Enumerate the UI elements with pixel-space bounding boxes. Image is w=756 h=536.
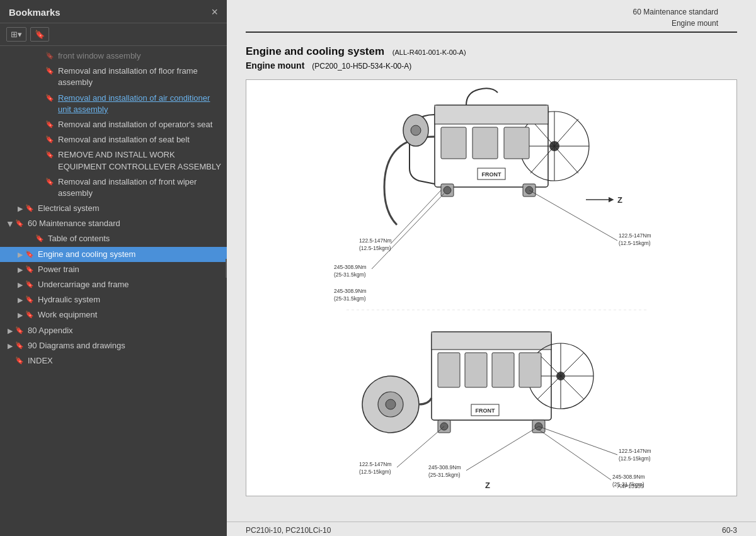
sidebar-item-air-conditioner[interactable]: ▶🔖Removal and installation of air condit… — [0, 91, 227, 117]
bookmark-icon-floor-frame: 🔖 — [45, 66, 54, 76]
item-label-electrical-system: Electrical system — [38, 203, 222, 214]
sidebar-item-operators-seat[interactable]: ▶🔖Removal and installation of operator's… — [0, 117, 227, 132]
svg-point-12 — [411, 125, 421, 135]
sidebar-item-hydraulic-system[interactable]: ▶🔖Hydraulic system — [0, 292, 227, 307]
sidebar-item-seat-belt[interactable]: ▶🔖Removal and installation of seat belt — [0, 132, 227, 147]
svg-line-27 — [529, 190, 617, 241]
bookmark-icon-90-diagrams: 🔖 — [15, 341, 24, 350]
svg-text:(12.5-15kgm): (12.5-15kgm) — [359, 245, 391, 251]
svg-text:245-308.9Nm: 245-308.9Nm — [428, 464, 461, 470]
sidebar-item-table-of-contents[interactable]: ▶🔖Table of contents — [0, 231, 227, 246]
sidebar-tree: ▶🔖front window assembly▶🔖Removal and ins… — [0, 46, 227, 536]
item-label-table-of-contents: Table of contents — [48, 233, 222, 244]
svg-rect-46 — [492, 353, 514, 387]
item-label-80-appendix: 80 Appendix — [28, 325, 222, 336]
sidebar-item-front-wiper[interactable]: ▶🔖Removal and installation of front wipe… — [0, 174, 227, 201]
sidebar-item-60-maintenance[interactable]: ▶🔖60 Maintenance standard — [0, 216, 227, 231]
svg-text:FRONT: FRONT — [482, 171, 501, 178]
page-header: 60 Maintenance standard Engine mount — [246, 0, 737, 33]
svg-text:(25-31.5kgm): (25-31.5kgm) — [428, 472, 461, 478]
bookmark-icon-front-wiper: 🔖 — [45, 177, 54, 186]
sidebar-item-power-train[interactable]: ▶🔖Power train — [0, 262, 227, 277]
engine-diagram-svg: FRONT Z — [309, 86, 674, 489]
sidebar-item-electrical-system[interactable]: ▶🔖Electrical system — [0, 201, 227, 216]
svg-line-24 — [372, 193, 444, 269]
svg-rect-9 — [472, 127, 498, 159]
sidebar-item-front-window-assembly[interactable]: ▶🔖front window assembly — [0, 48, 227, 64]
sidebar-title: Bookmarks — [9, 7, 60, 18]
item-label-front-wiper: Removal and installation of front wiper … — [58, 176, 222, 199]
item-label-hydraulic-system: Hydraulic system — [38, 294, 222, 305]
expand-arrow-power-train[interactable]: ▶ — [15, 265, 25, 275]
svg-line-60 — [539, 426, 617, 455]
bookmark-icon-seat-belt: 🔖 — [45, 135, 54, 144]
svg-rect-7 — [435, 105, 548, 124]
item-label-floor-frame: Removal and installation of floor frame … — [58, 66, 222, 88]
sidebar-item-90-diagrams[interactable]: ▶🔖90 Diagrams and drawings — [0, 338, 227, 353]
bookmark-icon-air-conditioner: 🔖 — [45, 93, 54, 103]
item-label-engine-cooling: Engine and cooling system — [38, 249, 222, 260]
close-button[interactable]: × — [211, 6, 218, 18]
engine-diagram-container: FRONT Z — [246, 79, 737, 496]
expand-arrow-hydraulic-system[interactable]: ▶ — [15, 295, 25, 305]
expand-arrow-60-maintenance[interactable]: ▶ — [5, 219, 14, 229]
subsection-code: (PC200_10-H5D-534-K-00-A) — [312, 62, 411, 71]
item-label-index: INDEX — [28, 355, 222, 367]
svg-rect-8 — [441, 127, 466, 159]
expand-arrow-80-appendix[interactable]: ▶ — [5, 326, 15, 336]
bookmark-icon-power-train: 🔖 — [25, 265, 34, 274]
item-label-work-equipment: Work equipment — [38, 309, 222, 321]
expand-arrow-engine-cooling[interactable]: ▶ — [15, 250, 25, 259]
item-label-seat-belt: Removal and installation of seat belt — [58, 134, 222, 145]
bookmark-icon-table-of-contents: 🔖 — [35, 234, 44, 243]
chapter-title: 60 Maintenance standard — [265, 6, 718, 18]
bookmark-icon-engine-cooling: 🔖 — [25, 249, 34, 259]
expand-arrow-work-equipment[interactable]: ▶ — [15, 311, 25, 320]
sidebar-item-engine-cooling[interactable]: ▶🔖Engine and cooling system — [0, 247, 227, 262]
sidebar-item-work-equipment[interactable]: ▶🔖Work equipment — [0, 307, 227, 322]
sidebar-item-floor-frame[interactable]: ▶🔖Removal and installation of floor fram… — [0, 64, 227, 90]
sidebar-item-work-equipment-controller[interactable]: ▶🔖REMOVE AND INSTALL WORK EQUIPMENT CONT… — [0, 147, 227, 174]
sidebar: Bookmarks × ⊞▾ 🔖 ▶🔖front window assembly… — [0, 0, 227, 536]
engine-top-group: FRONT Z — [334, 88, 651, 278]
bookmark-icon-60-maintenance: 🔖 — [15, 219, 24, 228]
svg-line-63 — [539, 430, 611, 480]
sidebar-item-index[interactable]: ▶🔖INDEX — [0, 353, 227, 368]
sidebar-header: Bookmarks × — [0, 0, 227, 23]
footer-model: PC210i-10, PC210LCi-10 — [246, 526, 331, 535]
bookmark-icon-operators-seat: 🔖 — [45, 120, 54, 129]
svg-point-43 — [386, 399, 396, 409]
page-body: Engine and cooling system (ALL-R401-001-… — [227, 33, 756, 522]
sidebar-item-undercarriage-frame[interactable]: ▶🔖Undercarriage and frame — [0, 277, 227, 292]
sidebar-item-80-appendix[interactable]: ▶🔖80 Appendix — [0, 323, 227, 338]
subsection-title: Engine mount (PC200_10-H5D-534-K-00-A) — [246, 60, 737, 71]
bookmark-icon-work-equipment-controller: 🔖 — [45, 150, 54, 159]
section-code: (ALL-R401-001-K-00-A) — [392, 48, 466, 56]
expand-options-button[interactable]: ⊞▾ — [6, 27, 26, 42]
svg-text:122.5-147Nm: 122.5-147Nm — [619, 232, 651, 239]
svg-text:(12.5-15kgm): (12.5-15kgm) — [619, 240, 651, 246]
item-label-undercarriage-frame: Undercarriage and frame — [38, 279, 222, 290]
svg-text:245-308.9Nm: 245-308.9Nm — [334, 288, 367, 294]
svg-rect-10 — [504, 127, 529, 159]
svg-text:A4P13135: A4P13135 — [617, 483, 644, 489]
item-label-work-equipment-controller: REMOVE AND INSTALL WORK EQUIPMENT CONTRO… — [58, 149, 222, 172]
item-label-power-train: Power train — [38, 264, 222, 275]
collapse-sidebar-button[interactable]: ‹ — [226, 259, 227, 278]
svg-line-54 — [397, 426, 444, 467]
expand-arrow-electrical-system[interactable]: ▶ — [15, 204, 25, 214]
svg-rect-44 — [438, 353, 460, 387]
expand-arrow-undercarriage-frame[interactable]: ▶ — [15, 280, 25, 290]
svg-text:122.5-147Nm: 122.5-147Nm — [359, 237, 392, 244]
expand-arrow-90-diagrams[interactable]: ▶ — [5, 341, 15, 351]
svg-text:(12.5-15kgm): (12.5-15kgm) — [359, 469, 391, 475]
svg-text:245-308.9Nm: 245-308.9Nm — [612, 474, 645, 480]
item-label-front-window-assembly: front window assembly — [58, 50, 222, 62]
item-label-90-diagrams: 90 Diagrams and drawings — [28, 340, 222, 351]
bookmark-icon-index: 🔖 — [15, 356, 24, 365]
bookmark-options-button[interactable]: 🔖 — [30, 27, 49, 42]
svg-rect-47 — [519, 353, 541, 387]
svg-text:(25-31.5kgm): (25-31.5kgm) — [334, 271, 366, 278]
svg-text:Z: Z — [617, 195, 622, 205]
sidebar-toolbar: ⊞▾ 🔖 — [0, 23, 227, 46]
